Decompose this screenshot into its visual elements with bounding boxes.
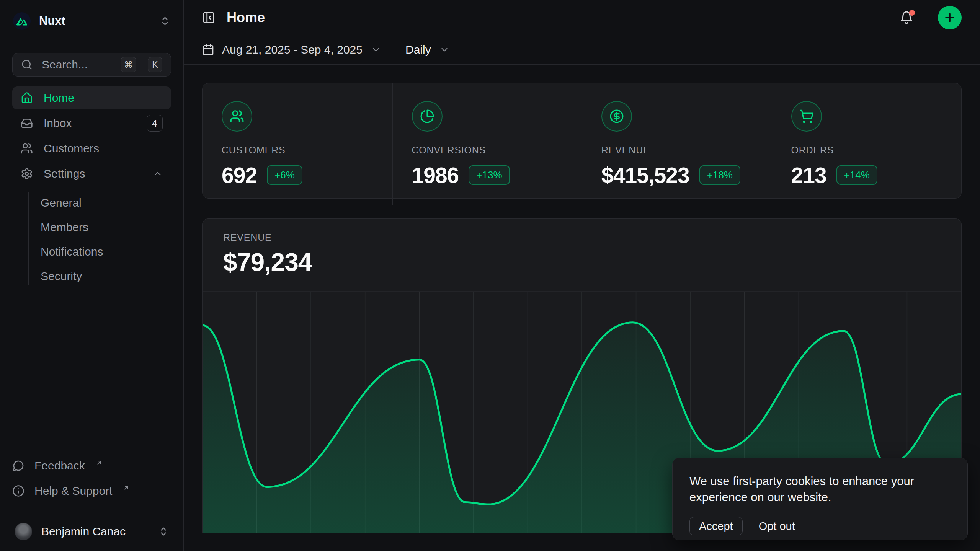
stat-value: 1986 — [412, 163, 459, 188]
sidebar-item-settings[interactable]: Settings — [12, 162, 171, 185]
cookie-message: We use first-party cookies to enhance yo… — [689, 473, 934, 505]
opt-out-button[interactable]: Opt out — [759, 520, 795, 533]
stat-orders: ORDERS 213 +14% — [772, 83, 962, 205]
add-button[interactable] — [938, 6, 962, 29]
chevrons-up-down-icon — [158, 526, 169, 537]
sidebar-nav: Home Inbox 4 Customers Settings Ge — [12, 86, 171, 289]
date-range-value: Aug 21, 2025 - Sep 4, 2025 — [222, 43, 363, 56]
help-support-label: Help & Support — [34, 484, 112, 497]
stat-label: CONVERSIONS — [412, 145, 563, 156]
chevron-down-icon — [371, 45, 381, 55]
kbd-meta: ⌘ — [121, 57, 136, 72]
sidebar-footer: Feedback Help & Support — [12, 455, 171, 512]
avatar — [15, 523, 32, 540]
stat-label: CUSTOMERS — [222, 145, 373, 156]
workspace-selector[interactable]: Nuxt — [12, 11, 171, 31]
date-range-picker[interactable]: Aug 21, 2025 - Sep 4, 2025 — [202, 43, 381, 56]
user-section: Benjamin Canac — [0, 512, 183, 551]
stat-delta-badge: +18% — [699, 165, 740, 185]
kbd-k: K — [148, 57, 162, 72]
chevron-down-icon — [439, 45, 449, 55]
notification-dot — [909, 10, 915, 16]
inbox-icon — [21, 117, 33, 129]
inbox-count-badge: 4 — [147, 115, 163, 132]
sidebar-item-general[interactable]: General — [41, 191, 171, 215]
stat-label: ORDERS — [791, 145, 942, 156]
users-icon — [222, 101, 252, 132]
cookie-actions: Accept Opt out — [689, 517, 951, 535]
stat-label: REVENUE — [601, 145, 753, 156]
sidebar-item-notifications[interactable]: Notifications — [41, 240, 171, 264]
stat-delta-badge: +6% — [267, 165, 302, 185]
stat-conversions: CONVERSIONS 1986 +13% — [392, 83, 582, 205]
sidebar-item-label: Customers — [44, 142, 163, 155]
stats-row: CUSTOMERS 692 +6% CONVERSIONS 1986 +13% — [202, 83, 962, 199]
sidebar-item-inbox[interactable]: Inbox 4 — [12, 112, 171, 135]
message-circle-icon — [12, 460, 24, 472]
workspace-name: Nuxt — [39, 14, 151, 28]
shopping-cart-icon — [791, 101, 822, 132]
sidebar-item-customers[interactable]: Customers — [12, 137, 171, 160]
dollar-circle-icon — [601, 101, 632, 132]
feedback-link[interactable]: Feedback — [12, 455, 171, 476]
plus-icon — [943, 11, 956, 24]
cookie-banner: We use first-party cookies to enhance yo… — [672, 458, 968, 540]
revenue-header: REVENUE $79,234 — [203, 219, 961, 277]
nuxt-logo-icon — [13, 12, 31, 30]
accept-button[interactable]: Accept — [689, 517, 743, 535]
calendar-icon — [202, 44, 214, 56]
stat-revenue: REVENUE $415,523 +18% — [582, 83, 772, 205]
house-icon — [21, 92, 33, 104]
stat-customers: CUSTOMERS 692 +6% — [203, 83, 392, 205]
main-area: Home Aug 21, 2025 - Sep 4, 2025 Daily — [184, 0, 980, 551]
gear-icon — [21, 168, 33, 180]
chevron-up-icon — [153, 169, 163, 179]
feedback-label: Feedback — [34, 459, 85, 472]
topbar: Home — [184, 0, 980, 35]
granularity-select[interactable]: Daily — [405, 43, 449, 56]
collapse-sidebar-button[interactable] — [202, 11, 215, 24]
user-name: Benjamin Canac — [41, 525, 149, 538]
page-title: Home — [227, 10, 888, 26]
revenue-value: $79,234 — [223, 248, 941, 277]
granularity-value: Daily — [405, 43, 431, 56]
settings-subnav: General Members Notifications Security — [12, 191, 171, 289]
search-placeholder: Search... — [42, 58, 111, 71]
stat-value: 692 — [222, 163, 257, 188]
stat-value: $415,523 — [601, 163, 689, 188]
notifications-button[interactable] — [900, 11, 913, 24]
pie-chart-icon — [412, 101, 443, 132]
filter-bar: Aug 21, 2025 - Sep 4, 2025 Daily — [184, 35, 980, 64]
users-icon — [21, 142, 33, 155]
help-support-link[interactable]: Help & Support — [12, 480, 171, 502]
search-icon — [21, 59, 33, 70]
sidebar-item-security[interactable]: Security — [41, 264, 171, 289]
stat-value: 213 — [791, 163, 826, 188]
sidebar-item-label: Home — [44, 91, 163, 104]
info-circle-icon — [12, 485, 24, 497]
revenue-label: REVENUE — [223, 232, 941, 243]
sidebar: Nuxt Search... ⌘ K Home Inbox 4 — [0, 0, 184, 551]
chevrons-up-down-icon — [160, 16, 170, 26]
stat-delta-badge: +13% — [469, 165, 510, 185]
external-link-icon — [123, 484, 130, 491]
sidebar-spacer — [12, 289, 171, 455]
external-link-icon — [96, 459, 103, 466]
panel-left-close-icon — [202, 11, 215, 24]
stat-delta-badge: +14% — [836, 165, 877, 185]
sidebar-item-label: Inbox — [44, 117, 136, 130]
sidebar-item-label: Settings — [44, 167, 142, 180]
sidebar-item-members[interactable]: Members — [41, 215, 171, 240]
sidebar-item-home[interactable]: Home — [12, 86, 171, 109]
search-input[interactable]: Search... ⌘ K — [12, 53, 171, 77]
user-menu[interactable]: Benjamin Canac — [12, 519, 171, 544]
